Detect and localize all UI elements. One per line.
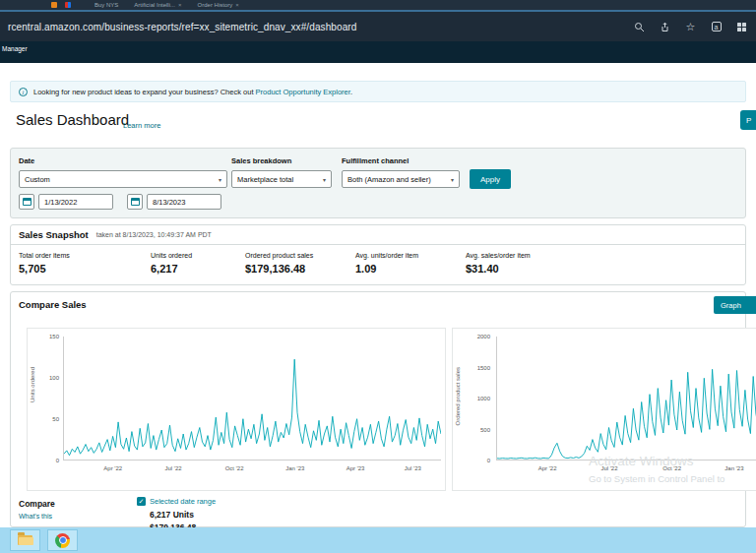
pinned-favicon-icon[interactable]: [51, 2, 57, 8]
calendar-icon[interactable]: [19, 194, 34, 210]
selected-date-range-checkbox-row[interactable]: ✓ Selected date range: [137, 497, 216, 506]
close-icon[interactable]: ×: [178, 2, 182, 8]
y-axis-ticks: 150 100 50 0: [35, 337, 59, 461]
filters-panel: Date Sales breakdown Fulfillment channel…: [10, 148, 746, 218]
seller-central-nav: Manager: [0, 41, 756, 63]
bookmark-star-icon[interactable]: ☆: [684, 21, 697, 33]
metric-ordered-product-sales: Ordered product sales $179,136.48: [245, 252, 355, 275]
snapshot-metrics: Total order items 5,705 Units ordered 6,…: [11, 245, 745, 275]
page-title: Sales Dashboard: [16, 111, 129, 128]
translate-icon[interactable]: a: [710, 21, 723, 33]
fulfillment-channel-select[interactable]: Both (Amazon and seller) ▾: [342, 170, 460, 188]
learn-more-link[interactable]: Learn more: [123, 121, 160, 130]
end-date-group: 8/13/2023: [127, 194, 221, 210]
compare-sales-title: Compare Sales: [19, 299, 87, 310]
pinned-favicon-icon[interactable]: [65, 2, 71, 8]
chart-plot-area: Apr '22 Jul '22 Oct '22 Jan '23 Apr '23 …: [63, 337, 441, 461]
snapshot-timestamp: taken at 8/13/2023, 10:49:37 AM PDT: [96, 231, 212, 238]
extensions-grid-icon[interactable]: [735, 21, 748, 33]
metric-avg-units-order-item: Avg. units/order item 1.09: [355, 252, 466, 275]
address-bar-icons: ☆ a: [633, 12, 748, 41]
sales-breakdown-label: Sales breakdown: [231, 156, 291, 165]
close-icon[interactable]: ×: [235, 2, 239, 8]
end-date-input[interactable]: 8/13/2023: [147, 194, 221, 210]
url-text[interactable]: rcentral.amazon.com/business-reports/ref…: [0, 22, 356, 32]
y-axis-label: Ordered product sales: [455, 367, 461, 425]
graph-button[interactable]: Graph: [714, 296, 756, 314]
screen: Buy NYS Artificial Intelli... × Order Hi…: [0, 0, 756, 553]
chevron-down-icon: ▾: [445, 176, 454, 183]
tab-label: Artificial Intelli...: [134, 2, 175, 8]
chevron-down-icon: ▾: [213, 176, 221, 183]
manager-nav-label[interactable]: Manager: [2, 45, 28, 52]
date-filter-label: Date: [19, 156, 34, 165]
metric-total-order-items: Total order items 5,705: [19, 252, 151, 275]
tab-label: Order History: [198, 2, 233, 8]
browser-tab[interactable]: Order History ×: [198, 2, 239, 8]
metric-avg-sales-order-item: Avg. sales/order item $31.40: [466, 252, 531, 275]
header-action-button[interactable]: P: [740, 110, 756, 130]
y-axis-ticks: 2000 1500 1000 500 0: [467, 337, 490, 461]
info-banner: i Looking for new product ideas to expan…: [10, 81, 746, 102]
share-icon[interactable]: [659, 21, 671, 33]
sales-snapshot-panel: Sales Snapshot taken at 8/13/2023, 10:49…: [10, 224, 746, 285]
folder-icon: [18, 535, 32, 545]
metric-units-ordered: Units ordered 6,217: [151, 252, 245, 275]
chrome-taskbar-button[interactable]: [47, 529, 78, 551]
windows-taskbar: [0, 527, 756, 553]
start-date-group: 1/13/2022: [19, 194, 113, 210]
address-bar[interactable]: rcentral.amazon.com/business-reports/ref…: [0, 12, 756, 41]
sales-snapshot-title: Sales Snapshot: [19, 229, 89, 240]
selected-range-units-value: 6,217 Units: [150, 510, 216, 520]
whats-this-link[interactable]: What's this: [19, 513, 52, 520]
date-range-select[interactable]: Custom ▾: [19, 170, 227, 188]
chevron-down-icon: ▾: [317, 176, 326, 183]
tab-label: Buy NYS: [94, 2, 118, 8]
compare-sales-panel: Compare Sales Graph Units ordered 150 10…: [10, 291, 746, 527]
chart-plot-area: Apr '22 Jul '22 Oct '22 Jan '23 Apr '23 …: [496, 337, 756, 461]
compare-footer-label: Compare: [19, 499, 55, 509]
selected-date-range-label: Selected date range: [150, 497, 216, 506]
apply-button[interactable]: Apply: [470, 169, 511, 189]
browser-tabs-bar: Buy NYS Artificial Intelli... × Order Hi…: [0, 0, 756, 10]
file-explorer-taskbar-button[interactable]: [10, 529, 40, 551]
sales-breakdown-select[interactable]: Marketplace total ▾: [231, 170, 332, 188]
banner-text: Looking for new product ideas to expand …: [33, 88, 352, 96]
checkbox-checked-icon[interactable]: ✓: [137, 497, 146, 506]
info-icon: i: [19, 88, 28, 96]
ordered-product-sales-chart: Ordered product sales 2000 1500 1000 500…: [452, 328, 756, 491]
zoom-icon[interactable]: [633, 21, 646, 33]
start-date-input[interactable]: 1/13/2022: [38, 194, 113, 210]
units-ordered-chart: Units ordered 150 100 50 0 Apr '22 Jul '…: [27, 328, 446, 491]
fulfillment-channel-label: Fulfillment channel: [342, 156, 409, 165]
browser-tab[interactable]: Buy NYS: [94, 2, 118, 8]
calendar-icon[interactable]: [127, 194, 143, 210]
browser-tab[interactable]: Artificial Intelli... ×: [134, 2, 181, 8]
product-opportunity-explorer-link[interactable]: Product Opportunity Explorer: [256, 88, 350, 96]
sales-snapshot-header: Sales Snapshot taken at 8/13/2023, 10:49…: [11, 225, 745, 245]
chrome-icon: [55, 533, 70, 548]
